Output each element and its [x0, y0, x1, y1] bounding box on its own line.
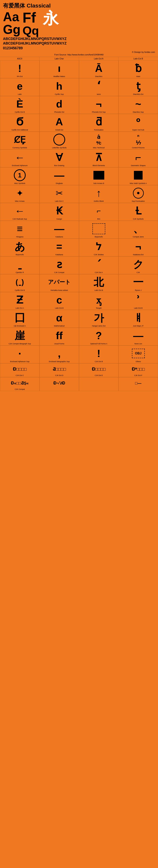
label-cjk-compat: CJK Compat	[40, 272, 79, 274]
char-exclamation-2: !	[97, 348, 100, 359]
sample-char-ff: Ff	[23, 10, 39, 25]
label-kangxi: Kangxi	[40, 218, 79, 220]
cell-arrow-up: ↑ Gothic Block	[79, 185, 118, 203]
char-one-inside: 1	[18, 172, 22, 179]
char-cjk-row-2: Ɖ¬ʻ∂Ɖ	[53, 381, 65, 385]
cell-cjk-row-4: □—	[118, 377, 158, 391]
char-c-small: c	[56, 295, 62, 305]
font-source: Font Source: http://www.fontke.com/font/…	[3, 54, 155, 56]
label-sub-arrows-b: Sub Arrows B	[79, 183, 118, 185]
label-control-pictures: Control Pictures	[119, 147, 158, 149]
cell-dotless-i: ı Modifier letters	[40, 60, 79, 78]
dashed-rectangle	[92, 223, 105, 234]
cell-ideographic-comma: 、 Compat Jamo	[118, 221, 158, 239]
sample-chars: Aa Gg Ff Qq 永	[3, 10, 155, 37]
cell-tengah: ᶍ Tengah	[79, 292, 118, 310]
char-e-grave: È	[16, 99, 23, 109]
label-cjk-ext-a: CJK Ext A	[79, 272, 118, 274]
cell-circle-empty: Letterlike Symbols	[40, 132, 79, 150]
char-hiragana-a: あ	[14, 241, 25, 252]
char-hangul-yae: ㅒ	[133, 313, 144, 323]
char-percent-c: ᵃ⁄c	[96, 140, 101, 146]
char-superscript-n: ⁿ	[137, 133, 139, 140]
label-cjambic-r: Cjambic R	[0, 272, 39, 274]
char-dash: —	[54, 223, 65, 234]
char-macron-low: ˍ	[17, 259, 22, 270]
label-punctuation: Punctuation	[79, 129, 118, 131]
char-ideographic-comma: 、	[133, 223, 144, 234]
label-optional-full-forms: Optional Full Forms A	[79, 343, 118, 345]
currency-pair: Ȼ Ȩ	[14, 135, 26, 145]
char-h: h	[56, 81, 63, 91]
char-comma: ,	[58, 348, 61, 359]
char-right-half-ring: ʾ	[137, 295, 140, 305]
cell-z-stroke: Ƶ Latin Ext A	[0, 292, 40, 310]
font-title: 有爱黑体 Classical	[3, 2, 155, 9]
label-phonetic-ext-sup: Phonetic Ext Sup	[79, 111, 118, 113]
char-hebrew: ל	[96, 241, 102, 252]
label-box-drawing: Box Drawing	[40, 165, 79, 167]
label-cjk-radicals-sup: CJK Radicals Sup	[0, 218, 39, 220]
cell-for-all: ∀ Box Drawing	[40, 150, 79, 167]
char-c-stroke: Ȼ	[14, 135, 20, 145]
label-misc-technical: Misc Technical	[79, 147, 118, 149]
label-cyrillic-ext-b: Cyrillic Ext B	[0, 111, 39, 113]
cell-scissors: ✂ Latin Ext C	[40, 185, 79, 203]
cell-alpha-small: α Mathematical	[40, 310, 79, 328]
cell-equiv: ≡ Hiragana	[0, 221, 40, 239]
sample-char-yong: 永	[43, 10, 58, 26]
label-diacritics: Diacritics	[79, 75, 118, 78]
char-d-phonetic: d	[56, 99, 63, 109]
char-l-stroke: Ƚ	[135, 206, 141, 216]
char-modifier-apostrophe: ʻ	[97, 80, 101, 92]
cell-e-grave: È Cyrillic Ext B	[0, 96, 40, 114]
char-cjk-row-4: □—	[135, 381, 142, 385]
cell-c-small: c Latin Ext B	[40, 292, 79, 310]
label-katakana-ext: Katakana	[40, 254, 79, 256]
cell-question: ? Optional Full Forms A	[79, 328, 118, 345]
label-tengah: Tengah	[79, 307, 118, 309]
label-geometric-shapes: Geometric Shapes	[119, 165, 158, 167]
cell-arrow-left: ← Enclosed Alphanum	[0, 150, 40, 167]
char-paren-macron: (ˍ)	[15, 278, 24, 286]
label-misc-symbols: Misc Symbols	[0, 183, 39, 185]
cell-exclamation: ! IPA Ext	[0, 60, 40, 78]
char-north: 北	[93, 277, 104, 287]
misc-tech-chars: ȧ ᵃ⁄c	[96, 134, 101, 146]
target-symbol	[133, 188, 144, 198]
char-d-topbar: ƌ	[95, 117, 102, 127]
cell-target: Sup Punctuation	[118, 185, 158, 203]
circle-symbol	[53, 134, 65, 146]
cell-cjk-one: 一 Ryoon J	[118, 274, 158, 292]
label-sup-punctuation: Sup Punctuation	[119, 200, 158, 203]
char-e-currency: Ȩ	[20, 135, 26, 145]
char-b-stroke: ƀ	[135, 63, 142, 73]
cell-block-elements: ⊼ Block Elements	[79, 150, 118, 167]
char-z-stroke: Ƶ	[16, 295, 23, 305]
char-tilde: ~	[135, 99, 141, 109]
label-cjk-ext-f: CJK Ext F	[119, 375, 158, 377]
obj-box-symbol: OBJ	[132, 349, 145, 358]
col-header-latin-ext-b: Latin Ext B	[118, 57, 158, 60]
char-kip: ₭	[56, 206, 63, 216]
char-katakana-ku: ク	[133, 259, 144, 270]
label-diacritics-sup: Diacritics Sup	[119, 111, 158, 113]
char-dotless-i: ı	[58, 63, 61, 73]
label-compat-jamo: Compat Jamo	[119, 236, 158, 238]
circle-one: 1	[14, 169, 26, 181]
cell-sparkle: ✦ Misc Arrows	[0, 185, 40, 203]
char-exclamation: !	[18, 63, 21, 73]
label-others: Others	[119, 361, 158, 363]
char-a-macron: Ā	[95, 63, 103, 73]
char-geometric: ⌐	[135, 152, 141, 162]
label-latin: Latin	[0, 93, 39, 95]
label-cyrillic-ext-b-2: Cyrillic Ext B	[0, 289, 39, 291]
cell-cjk-ext-d: Ƌ□□□□ CJK Ext D	[40, 363, 79, 377]
label-gothic-block: Gothic Block	[79, 200, 118, 203]
label-enclosed-alphanum: Enclosed Alphanum	[0, 165, 39, 167]
label-block-elements: Block Elements	[79, 165, 118, 167]
label-cjk-symbols: CJK Symbols	[119, 218, 158, 220]
title-chinese: 有爱黑体	[3, 2, 25, 9]
label-phonetic-ext: Phonetic Ext	[40, 111, 79, 113]
cell-alpha: A Greek Ext	[40, 114, 79, 132]
